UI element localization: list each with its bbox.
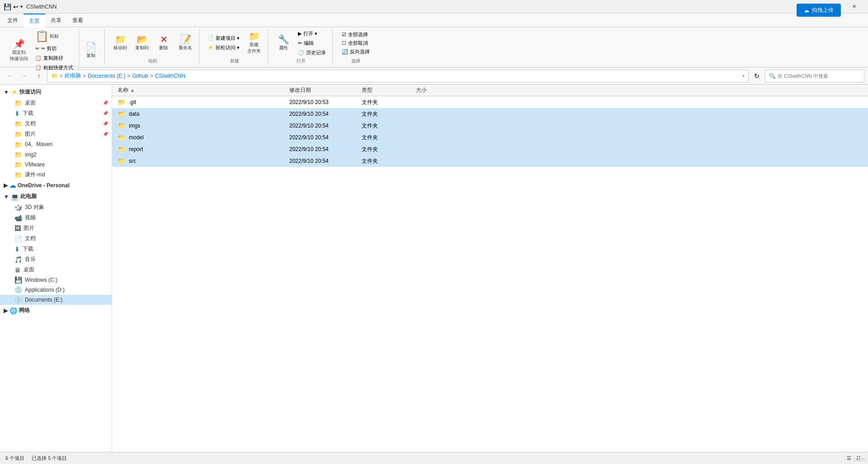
- upload-button[interactable]: ☁ 拍拖上传: [797, 4, 841, 17]
- sidebar-item-downloads1[interactable]: ⬇ 下载 📌: [0, 108, 112, 118]
- upload-label: 拍拖上传: [812, 6, 834, 14]
- new-items: 📄 新建项目 ▾ ⚡ 轻松访问 ▾ 📁 新建文件夹: [205, 29, 264, 57]
- open-btn[interactable]: ▶ 打开 ▾: [295, 29, 329, 38]
- select-all-btn[interactable]: ☑ 全部选择: [340, 31, 372, 38]
- sidebar-item-docs1[interactable]: 📁 文档 📌: [0, 118, 112, 129]
- path-part-4[interactable]: CSIwithCNN: [155, 73, 185, 79]
- sidebar-item-desktop1[interactable]: 📁 桌面 📌: [0, 98, 112, 108]
- col-header-type[interactable]: 类型: [358, 86, 412, 94]
- sidebar-item-drive-c[interactable]: 💾 Windows (C:): [0, 275, 112, 285]
- refresh-btn[interactable]: ↻: [750, 70, 763, 82]
- ribbon-group-open: 🔧 属性 ▶ 打开 ▾ ✏ 编辑 🕐 历史记录: [270, 29, 333, 65]
- edit-btn[interactable]: ✏ 编辑: [295, 39, 329, 47]
- sidebar-item-drive-d[interactable]: 💿 Applications (D:): [0, 285, 112, 295]
- copy-to-btn[interactable]: 📂 复制到: [132, 33, 152, 53]
- tab-file[interactable]: 文件: [2, 14, 24, 27]
- item-label: 下载: [23, 245, 33, 253]
- path-part-3[interactable]: Github: [132, 73, 148, 79]
- address-path[interactable]: 📁 > 此电脑 > Documents (E:) > Github > CSIw…: [47, 70, 749, 82]
- col-header-name[interactable]: 名称 ▲: [114, 86, 286, 94]
- deselect-all-btn[interactable]: ☐ 全部取消: [340, 39, 372, 47]
- file-type-cell: 文件夹: [358, 99, 412, 106]
- this-pc-section[interactable]: ▼ 💻 此电脑: [0, 191, 112, 202]
- sidebar-item-music[interactable]: 🎵 音乐: [0, 254, 112, 265]
- file-name-cell: 📁 .git: [114, 99, 286, 106]
- tab-view[interactable]: 查看: [67, 14, 89, 27]
- onedrive-section[interactable]: ▶ ☁ OneDrive - Personal: [0, 180, 112, 191]
- tab-share[interactable]: 共享: [45, 14, 67, 27]
- rename-btn[interactable]: 📝 重命名: [175, 33, 195, 53]
- copy-btn[interactable]: 📄 复制: [81, 41, 101, 61]
- quick-access-section[interactable]: ▼ ⚡ 快速访问: [0, 86, 112, 98]
- back-btn: ←: [4, 70, 16, 82]
- sidebar-item-desktop2[interactable]: 🖥 桌面: [0, 265, 112, 275]
- sidebar-item-pics1[interactable]: 📁 图片 📌: [0, 129, 112, 139]
- pics-icon: 🖼: [14, 225, 21, 232]
- path-part-1[interactable]: 此电脑: [65, 72, 81, 80]
- delete-btn[interactable]: ✕ 删除: [154, 33, 174, 53]
- table-row[interactable]: 📁 report 2022/9/10 20:54 文件夹: [112, 143, 868, 155]
- properties-icon: 🔧: [278, 35, 289, 44]
- file-date-cell: 2022/9/10 20:54: [286, 123, 358, 129]
- easy-access-btn[interactable]: ⚡ 轻松访问 ▾: [205, 43, 242, 52]
- sidebar-item-docs2[interactable]: 📄 文档: [0, 233, 112, 244]
- path-dropdown[interactable]: ▾: [742, 73, 745, 78]
- search-input[interactable]: [778, 73, 860, 79]
- new-folder-btn[interactable]: 📁 新建文件夹: [244, 30, 264, 56]
- folder-icon: 📁: [14, 161, 22, 168]
- pin-to-quick-access-btn[interactable]: 📌 固定到快速访问: [7, 38, 31, 64]
- sidebar-item-pics2[interactable]: 🖼 图片: [0, 223, 112, 233]
- quick-access-icon: ⚡: [11, 89, 18, 95]
- ribbon-group-select: ☑ 全部选择 ☐ 全部取消 🔄 反向选择 选择: [335, 29, 377, 65]
- file-name: src: [129, 158, 136, 164]
- list-view-icon[interactable]: ☰: [845, 455, 853, 461]
- table-row[interactable]: 📁 .git 2022/9/10 20:53 文件夹: [112, 96, 868, 108]
- csdn-watermark: CSDN: [854, 457, 866, 462]
- new-item-btn[interactable]: 📄 新建项目 ▾: [205, 34, 242, 43]
- paste-btn[interactable]: 📋 粘贴: [33, 29, 76, 43]
- clipboard-items: 📌 固定到快速访问 📋 粘贴 ✂ ✂ 剪切 📋 复制路径: [7, 29, 101, 72]
- rename-icon: 📝: [180, 35, 191, 44]
- upload-icon: ☁: [804, 7, 809, 14]
- open-items: 🔧 属性 ▶ 打开 ▾ ✏ 编辑 🕐 历史记录: [274, 29, 329, 57]
- table-row[interactable]: 📁 data 2022/9/10 20:54 文件夹: [112, 108, 868, 120]
- table-row[interactable]: 📁 src 2022/9/10 20:54 文件夹: [112, 155, 868, 167]
- file-date-cell: 2022/9/10 20:54: [286, 134, 358, 141]
- invert-select-btn[interactable]: 🔄 反向选择: [340, 48, 372, 56]
- tab-home[interactable]: 主页: [24, 14, 45, 27]
- pin-indicator: 📌: [103, 111, 108, 116]
- sidebar-item-kejiancmd[interactable]: 📁 课件-md: [0, 170, 112, 180]
- cut-btn[interactable]: ✂ ✂ 剪切: [33, 44, 76, 53]
- file-date-cell: 2022/9/10 20:54: [286, 158, 358, 164]
- col-header-size[interactable]: 大小: [412, 86, 458, 94]
- sidebar-item-vmware[interactable]: 📁 VMware: [0, 160, 112, 170]
- title-dropdown[interactable]: ▾: [20, 4, 23, 9]
- sidebar-item-downloads2[interactable]: ⬇ 下载: [0, 244, 112, 254]
- new-folder-icon: 📁: [249, 32, 260, 41]
- path-part-2[interactable]: Documents (E:): [88, 73, 125, 79]
- sidebar-item-video[interactable]: 📹 视频: [0, 213, 112, 223]
- new-item-label: 新建项目 ▾: [216, 35, 240, 42]
- table-row[interactable]: 📁 imgs 2022/9/10 20:54 文件夹: [112, 120, 868, 132]
- invert-label: 反向选择: [350, 48, 370, 55]
- upload-area: ☁ 拍拖上传: [797, 4, 841, 17]
- sidebar-item-drive-e[interactable]: 💿 Documents (E:): [0, 295, 112, 305]
- delete-label: 删除: [159, 45, 168, 51]
- sidebar-item-maven[interactable]: 📁 04、Maven: [0, 139, 112, 150]
- col-header-date[interactable]: 修改日期: [286, 86, 358, 94]
- history-btn[interactable]: 🕐 历史记录: [295, 48, 329, 57]
- item-label: Windows (C:): [25, 277, 57, 283]
- title-undo[interactable]: ↩: [13, 3, 19, 10]
- network-section[interactable]: ▶ 🌐 网络: [0, 305, 112, 316]
- move-to-btn[interactable]: 📁 移动到: [110, 33, 130, 53]
- sidebar-item-img2[interactable]: 📁 img2: [0, 150, 112, 160]
- title-quick-save[interactable]: 💾: [4, 3, 11, 10]
- address-bar: ← → ↑ 📁 > 此电脑 > Documents (E:) > Github …: [0, 67, 868, 85]
- close-btn[interactable]: ✕: [844, 0, 864, 14]
- up-btn[interactable]: ↑: [33, 70, 45, 82]
- properties-btn[interactable]: 🔧 属性: [274, 33, 293, 53]
- copy-path-btn[interactable]: 📋 复制路径: [33, 54, 76, 62]
- sidebar-item-3d[interactable]: 🎲 3D 对象: [0, 202, 112, 213]
- table-row[interactable]: 📁 model 2022/9/10 20:54 文件夹: [112, 132, 868, 143]
- download-icon: ⬇: [14, 110, 20, 117]
